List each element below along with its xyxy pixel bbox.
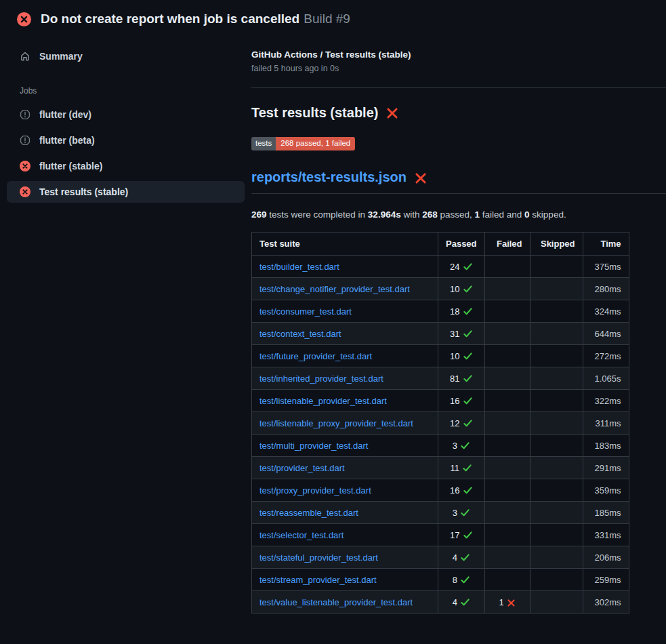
suite-cell: test/value_listenable_provider_test.dart (252, 591, 438, 613)
failed-cell (484, 457, 530, 479)
failed-cell (484, 412, 530, 435)
table-row: test/provider_test.dart11291ms (252, 457, 629, 479)
passed-cell: 11 (438, 457, 485, 479)
failed-cell (484, 256, 530, 278)
skipped-cell (530, 591, 583, 613)
failed-cell (484, 524, 530, 546)
failed-cell (484, 345, 530, 367)
test-suite-link[interactable]: test/future_provider_test.dart (259, 351, 372, 361)
test-table-body: test/builder_test.dart24375mstest/change… (252, 256, 629, 613)
skipped-cell (530, 546, 583, 569)
col-header-skipped: Skipped (530, 233, 583, 256)
report-file-link[interactable]: reports/test-results.json (251, 169, 407, 185)
failed-cell (484, 569, 530, 591)
test-suite-link[interactable]: test/change_notifier_provider_test.dart (259, 284, 410, 294)
fail-x-icon (415, 172, 427, 184)
skipped-cell (530, 367, 583, 390)
skipped-cell (530, 479, 583, 502)
check-icon (460, 552, 470, 563)
sidebar-item-label: flutter (stable) (39, 161, 102, 172)
sidebar-item-summary[interactable]: Summary (7, 45, 245, 67)
passed-cell: 4 (438, 591, 485, 613)
failed-count: 1 (475, 209, 480, 220)
sidebar-item-flutter-stable[interactable]: flutter (stable) (7, 155, 245, 177)
check-icon (463, 530, 473, 540)
table-row: test/selector_test.dart17331ms (252, 524, 629, 546)
page: Do not create report when job is cancell… (0, 0, 666, 644)
check-icon (460, 441, 470, 451)
time-cell: 183ms (583, 435, 629, 457)
skipped-cell (530, 457, 583, 479)
failed-cell (484, 479, 530, 502)
badge-label: tests (251, 137, 276, 151)
skipped-cell (530, 502, 583, 524)
time-cell: 185ms (583, 502, 629, 524)
passed-cell: 16 (438, 479, 485, 502)
test-suite-link[interactable]: test/stateful_provider_test.dart (259, 552, 378, 563)
skipped-cell (530, 256, 583, 278)
failed-x-circle-icon (20, 186, 30, 197)
test-suite-link[interactable]: test/stream_provider_test.dart (259, 575, 377, 585)
suite-cell: test/proxy_provider_test.dart (252, 479, 438, 502)
test-suite-link[interactable]: test/builder_test.dart (259, 262, 339, 272)
breadcrumb: GitHub Actions / Test results (stable) (251, 49, 666, 60)
sidebar-item-flutter-dev[interactable]: flutter (dev) (7, 104, 245, 125)
table-row: test/change_notifier_provider_test.dart1… (252, 278, 629, 300)
check-icon (463, 396, 473, 406)
skipped-cell (530, 345, 583, 367)
fail-x-icon (386, 107, 398, 119)
sidebar-item-label: Summary (39, 51, 83, 62)
passed-cell: 81 (438, 367, 485, 390)
failed-x-circle-icon (20, 161, 30, 172)
col-header-passed: Passed (438, 233, 485, 256)
table-row: test/listenable_proxy_provider_test.dart… (252, 412, 629, 435)
failed-cell (484, 502, 530, 524)
test-suite-link[interactable]: test/consumer_test.dart (259, 306, 352, 317)
col-header-test-suite: Test suite (252, 233, 438, 256)
time-cell: 302ms (583, 591, 629, 613)
sidebar-item-label: flutter (dev) (39, 109, 91, 120)
test-suite-link[interactable]: test/value_listenable_provider_test.dart (259, 597, 413, 607)
table-row: test/context_test.dart31644ms (252, 323, 629, 345)
passed-count: 268 (422, 209, 438, 220)
time-cell: 280ms (583, 278, 629, 300)
test-suite-link[interactable]: test/selector_test.dart (259, 530, 344, 540)
test-suite-link[interactable]: test/multi_provider_test.dart (259, 441, 368, 451)
passed-cell: 4 (438, 546, 485, 569)
test-summary-line: 269 tests were completed in 32.964s with… (251, 209, 666, 220)
suite-cell: test/builder_test.dart (252, 256, 438, 278)
check-icon (460, 508, 470, 518)
check-icon (463, 374, 473, 384)
skipped-cell (530, 323, 583, 345)
skipped-cell (530, 300, 583, 323)
passed-cell: 18 (438, 300, 485, 323)
sidebar-item-flutter-beta[interactable]: flutter (beta) (7, 129, 245, 151)
test-suite-link[interactable]: test/context_test.dart (259, 329, 341, 339)
test-suite-link[interactable]: test/listenable_provider_test.dart (259, 396, 387, 406)
failed-cell (484, 546, 530, 569)
test-suite-link[interactable]: test/listenable_proxy_provider_test.dart (259, 418, 413, 428)
suite-cell: test/listenable_proxy_provider_test.dart (252, 412, 438, 435)
report-title: reports/test-results.json (251, 169, 666, 194)
skipped-cell (530, 278, 583, 300)
col-header-time: Time (583, 233, 629, 256)
duration: 32.964s (368, 209, 401, 220)
build-number: Build #9 (304, 12, 350, 26)
test-suite-link[interactable]: test/reassemble_test.dart (259, 508, 358, 518)
passed-cell: 10 (438, 278, 485, 300)
sidebar-item-label: flutter (beta) (39, 135, 95, 146)
test-suite-link[interactable]: test/provider_test.dart (259, 463, 345, 473)
check-icon (463, 329, 473, 339)
skipped-cell (530, 569, 583, 591)
suite-cell: test/listenable_provider_test.dart (252, 390, 438, 412)
check-icon (463, 418, 473, 428)
table-row: test/reassemble_test.dart3185ms (252, 502, 629, 524)
sidebar-item-test-results-stable[interactable]: Test results (stable) (7, 181, 245, 203)
check-icon (463, 262, 473, 272)
test-suite-link[interactable]: test/inherited_provider_test.dart (259, 374, 383, 384)
check-icon (460, 575, 470, 585)
suite-cell: test/multi_provider_test.dart (252, 435, 438, 457)
failed-cell (484, 367, 530, 390)
table-row: test/proxy_provider_test.dart16359ms (252, 479, 629, 502)
test-suite-link[interactable]: test/proxy_provider_test.dart (259, 485, 371, 496)
